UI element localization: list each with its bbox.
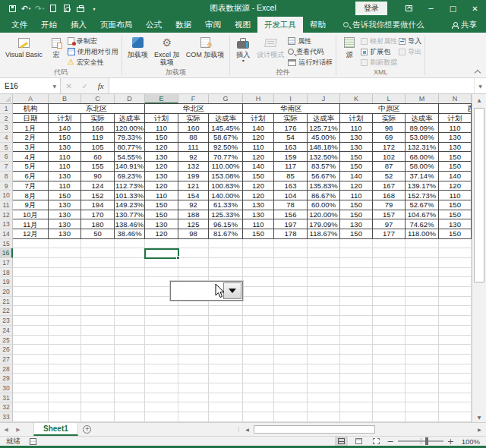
cell[interactable]: 100.83% (209, 181, 243, 191)
cell[interactable]: 11月 (13, 219, 49, 229)
cell[interactable] (49, 393, 81, 403)
cell[interactable] (439, 364, 472, 374)
cell[interactable] (115, 326, 145, 336)
cell[interactable] (340, 355, 373, 364)
cell[interactable] (439, 287, 472, 297)
import-button[interactable]: 导入 (399, 36, 421, 46)
cell[interactable]: 80.77% (115, 143, 145, 153)
cell[interactable] (406, 355, 439, 364)
cell[interactable] (308, 287, 340, 297)
cell[interactable] (243, 268, 274, 278)
vertical-scrollbar[interactable]: ▲ ▼ (472, 94, 486, 422)
cell[interactable] (340, 297, 373, 307)
cell[interactable]: 163 (274, 143, 308, 153)
cell[interactable]: 140 (243, 123, 274, 133)
cell[interactable] (145, 336, 178, 345)
row-header-20[interactable]: 20 (0, 287, 13, 297)
row-header-33[interactable]: 33 (0, 412, 13, 422)
cell[interactable]: 177 (373, 229, 406, 239)
cell[interactable]: 85 (274, 172, 308, 181)
row-header-5[interactable]: 5 (0, 143, 13, 153)
tab-insert[interactable]: 插入 (64, 17, 93, 33)
cell[interactable]: 101.33% (115, 191, 145, 200)
source-button[interactable]: 源 (339, 34, 359, 58)
cell[interactable] (178, 345, 209, 355)
cell[interactable]: 130 (49, 172, 81, 181)
cell[interactable] (209, 336, 243, 345)
cell[interactable] (274, 297, 308, 307)
cell[interactable] (406, 316, 439, 326)
cell[interactable] (243, 374, 274, 383)
cell[interactable]: 达成率 (308, 114, 340, 124)
cell[interactable]: 150 (340, 200, 373, 210)
cell[interactable]: 102 (373, 152, 406, 162)
design-mode-button[interactable]: 设计模式 (254, 34, 286, 58)
cell[interactable] (81, 297, 115, 307)
cell[interactable] (145, 345, 178, 355)
cell[interactable]: 机构 (13, 103, 49, 114)
cell[interactable]: 125.33% (209, 210, 243, 220)
row-header-30[interactable]: 30 (0, 383, 13, 393)
cell[interactable] (274, 239, 308, 249)
cell[interactable]: 4月 (13, 152, 49, 162)
cell[interactable]: 120 (243, 133, 274, 143)
cell[interactable]: 130 (243, 200, 274, 210)
cell[interactable] (243, 402, 274, 412)
row-header-7[interactable]: 7 (0, 162, 13, 172)
cell[interactable] (49, 355, 81, 364)
cell[interactable] (145, 412, 178, 422)
cell[interactable] (145, 393, 178, 403)
cell[interactable] (274, 374, 308, 383)
cell[interactable] (49, 402, 81, 412)
cell[interactable] (373, 393, 406, 403)
cell[interactable]: 54 (274, 133, 308, 143)
cell[interactable] (13, 393, 49, 403)
cell[interactable] (178, 364, 209, 374)
cell[interactable]: 110 (145, 123, 178, 133)
cell[interactable] (243, 393, 274, 403)
cell[interactable] (274, 306, 308, 316)
cell[interactable] (49, 239, 81, 249)
cell[interactable]: 98 (373, 123, 406, 133)
cell[interactable]: 120.00% (308, 210, 340, 220)
cell[interactable]: 81.67% (209, 229, 243, 239)
cell[interactable]: 197 (274, 219, 308, 229)
cell[interactable]: 计划 (145, 114, 178, 124)
cell[interactable] (115, 277, 145, 287)
row-header-27[interactable]: 27 (0, 355, 13, 364)
row-header-6[interactable]: 6 (0, 152, 13, 162)
cell[interactable] (340, 402, 373, 412)
tab-page-layout[interactable]: 页面布局 (93, 17, 139, 33)
tell-me-search[interactable]: 告诉我你想要做什么 (333, 17, 424, 33)
cell[interactable] (209, 355, 243, 364)
cell[interactable] (243, 364, 274, 374)
cell[interactable] (243, 355, 274, 364)
cell[interactable]: 86.67% (308, 191, 340, 200)
cell[interactable] (439, 355, 472, 364)
tab-file[interactable]: 文件 (5, 17, 34, 33)
cell[interactable] (49, 412, 81, 422)
cell[interactable] (81, 402, 115, 412)
cell[interactable]: 112.73% (115, 181, 145, 191)
cell[interactable] (209, 364, 243, 374)
formula-bar-expand-icon[interactable]: ▼ (474, 78, 486, 93)
export-button[interactable]: 导出 (399, 46, 421, 57)
cell[interactable]: 130 (439, 143, 472, 153)
cell[interactable] (406, 268, 439, 278)
cell[interactable]: 150 (439, 210, 472, 220)
cell[interactable] (49, 306, 81, 316)
cell[interactable] (439, 383, 472, 393)
row-header-8[interactable]: 8 (0, 172, 13, 181)
macro-security-button[interactable]: ⚠ 宏安全性 (68, 57, 118, 68)
cell[interactable]: 实际 (178, 114, 209, 124)
cell[interactable]: 156 (274, 210, 308, 220)
cell[interactable] (340, 306, 373, 316)
cell[interactable] (373, 364, 406, 374)
cell[interactable] (145, 355, 178, 364)
cell[interactable] (145, 239, 178, 249)
cell[interactable] (308, 336, 340, 345)
cell[interactable]: 110 (340, 123, 373, 133)
cell[interactable]: 120 (243, 152, 274, 162)
cell[interactable]: 52 (373, 172, 406, 181)
cell[interactable] (308, 364, 340, 374)
